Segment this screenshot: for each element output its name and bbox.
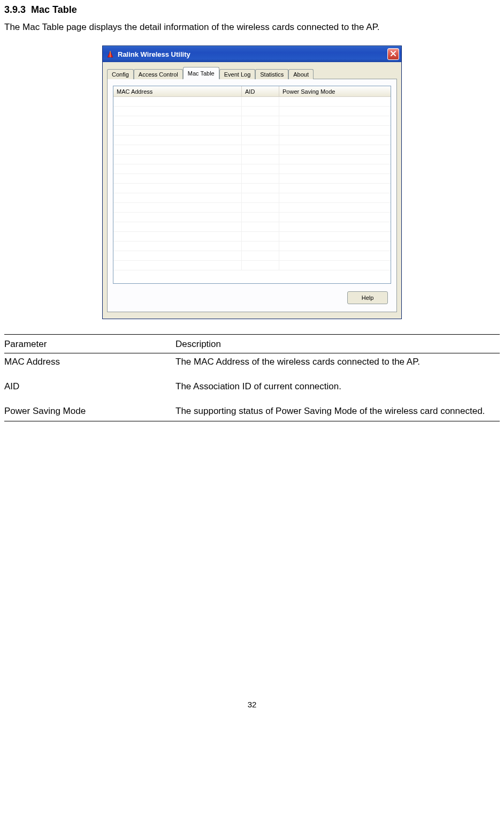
table-row	[113, 222, 391, 232]
tabs-row: Config Access Control Mac Table Event Lo…	[107, 67, 397, 79]
param-aid: AID	[4, 371, 175, 395]
table-row	[113, 164, 391, 174]
table-row	[113, 135, 391, 145]
dialog-screenshot: Ralink Wireless Utility Config Access Co…	[4, 46, 500, 319]
table-row	[113, 184, 391, 193]
table-row	[113, 145, 391, 155]
app-icon	[106, 50, 114, 58]
table-row	[113, 232, 391, 242]
table-row	[113, 203, 391, 213]
table-row	[113, 251, 391, 261]
section-number: 3.9.3	[4, 4, 26, 15]
section-title-text: Mac Table	[31, 4, 77, 15]
table-row	[113, 126, 391, 135]
table-row	[113, 193, 391, 203]
param-mac-address: MAC Address	[4, 353, 175, 371]
titlebar: Ralink Wireless Utility	[103, 46, 401, 62]
desc-aid: The Association ID of current connection…	[175, 371, 500, 395]
desc-power-saving-mode: The supporting status of Power Saving Mo…	[175, 395, 500, 421]
desc-header-desc: Description	[175, 335, 500, 353]
table-row	[113, 213, 391, 222]
dialog-button-row: Help	[113, 291, 391, 304]
close-button[interactable]	[387, 48, 399, 60]
col-header-aid[interactable]: AID	[242, 86, 279, 96]
desc-header-param: Parameter	[4, 335, 175, 353]
window-title: Ralink Wireless Utility	[118, 50, 387, 58]
description-table: Parameter Description MAC Address The MA…	[4, 334, 500, 421]
dialog-body: Config Access Control Mac Table Event Lo…	[103, 62, 401, 319]
tab-access-control[interactable]: Access Control	[134, 69, 183, 79]
table-row	[113, 116, 391, 126]
tab-mac-table[interactable]: Mac Table	[183, 67, 219, 79]
mac-table-list: MAC Address AID Power Saving Mode	[113, 86, 391, 284]
tab-statistics[interactable]: Statistics	[255, 69, 288, 79]
tab-config[interactable]: Config	[107, 69, 134, 79]
table-row	[113, 174, 391, 184]
table-row	[113, 97, 391, 107]
intro-paragraph: The Mac Table page displays the detail i…	[4, 22, 500, 33]
tab-event-log[interactable]: Event Log	[219, 69, 256, 79]
col-header-psm[interactable]: Power Saving Mode	[279, 86, 391, 96]
close-icon	[390, 50, 396, 58]
table-row	[113, 242, 391, 251]
table-row	[113, 155, 391, 164]
dialog-window: Ralink Wireless Utility Config Access Co…	[102, 46, 402, 319]
list-rows	[113, 97, 391, 283]
tab-panel: MAC Address AID Power Saving Mode	[107, 79, 397, 312]
table-row	[113, 107, 391, 116]
desc-mac-address: The MAC Address of the wireless cards co…	[175, 353, 500, 371]
list-header: MAC Address AID Power Saving Mode	[113, 86, 391, 97]
table-row	[113, 261, 391, 270]
col-header-mac[interactable]: MAC Address	[113, 86, 242, 96]
tab-about[interactable]: About	[288, 69, 314, 79]
param-power-saving-mode: Power Saving Mode	[4, 395, 175, 421]
page-number: 32	[0, 700, 504, 720]
help-button[interactable]: Help	[347, 291, 388, 304]
section-heading: 3.9.3 Mac Table	[4, 4, 500, 16]
